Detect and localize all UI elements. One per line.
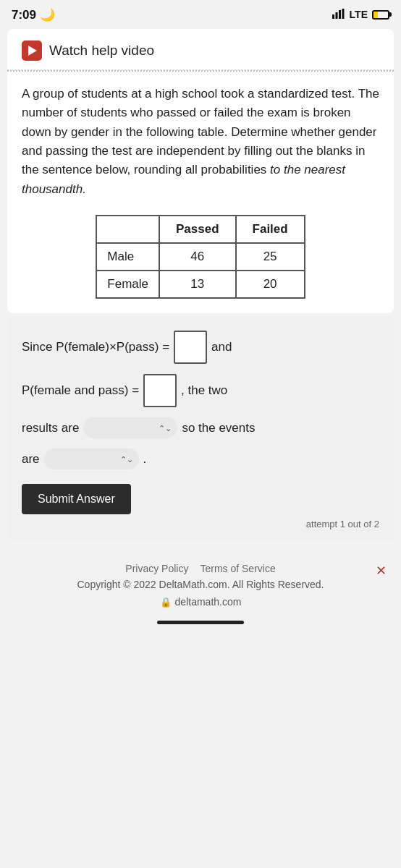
answer-row-2: P(female and pass) = , the two	[22, 374, 379, 407]
svg-rect-0	[332, 14, 334, 19]
svg-rect-2	[339, 10, 341, 19]
signal-bars-icon	[332, 9, 345, 21]
line3-suffix: so the events	[182, 419, 255, 438]
line4-prefix: are	[22, 450, 40, 469]
table-cell-female-label: Female	[96, 271, 159, 298]
submit-button[interactable]: Submit Answer	[22, 484, 131, 514]
status-bar: 7:09 🌙 LTE	[0, 0, 401, 26]
privacy-policy-link[interactable]: Privacy Policy	[125, 563, 188, 574]
table-header-passed: Passed	[159, 216, 236, 243]
table-row-male: Male 46 25	[96, 243, 304, 271]
answer-input-2[interactable]	[143, 374, 177, 407]
line1-suffix: and	[211, 338, 232, 357]
line2-suffix: , the two	[181, 381, 227, 400]
events-select-wrapper[interactable]: independent dependent	[44, 448, 139, 469]
footer-copyright: Copyright © 2022 DeltaMath.com. All Righ…	[14, 579, 387, 590]
main-card: Watch help video A group of students at …	[7, 29, 394, 313]
home-indicator	[0, 613, 401, 629]
table-cell-male-failed: 25	[236, 243, 305, 271]
answer-row-4: are independent dependent .	[22, 448, 379, 469]
status-time: 7:09 🌙	[12, 7, 55, 22]
status-icons: LTE	[332, 9, 389, 21]
home-bar	[157, 621, 244, 624]
play-triangle	[28, 46, 37, 56]
events-dropdown[interactable]: independent dependent	[44, 448, 139, 469]
domain-text: deltamath.com	[175, 596, 242, 608]
footer-links: Privacy Policy Terms of Service ✕	[14, 563, 387, 574]
results-dropdown[interactable]: equal not equal similar	[83, 417, 177, 438]
table-cell-male-passed: 46	[159, 243, 236, 271]
help-video-text: Watch help video	[49, 43, 154, 59]
answer-input-1[interactable]	[174, 331, 207, 364]
svg-rect-1	[335, 12, 337, 19]
terms-of-service-link[interactable]: Terms of Service	[200, 563, 275, 574]
data-table: Passed Failed Male 46 25 Female 13 20	[96, 215, 305, 299]
footer-domain: 🔒 deltamath.com	[14, 596, 387, 608]
attempt-text: attempt 1 out of 2	[22, 519, 379, 529]
answer-row-1: Since P(female)×P(pass) = and	[22, 331, 379, 364]
help-video-bar[interactable]: Watch help video	[7, 29, 394, 70]
play-icon	[22, 41, 42, 61]
problem-text: A group of students at a high school too…	[7, 72, 394, 208]
line4-suffix: .	[143, 450, 147, 469]
battery-icon	[372, 10, 389, 20]
answer-input-field-2[interactable]	[146, 377, 174, 404]
svg-rect-3	[342, 9, 344, 19]
table-cell-female-passed: 13	[159, 271, 236, 298]
answer-row-3: results are equal not equal similar so t…	[22, 417, 379, 438]
line3-prefix: results are	[22, 419, 79, 438]
close-icon[interactable]: ✕	[376, 563, 387, 579]
lte-label: LTE	[350, 9, 368, 20]
results-select-wrapper[interactable]: equal not equal similar	[83, 417, 177, 438]
table-row-female: Female 13 20	[96, 271, 304, 298]
line1-prefix: Since P(female)×P(pass) =	[22, 338, 169, 357]
table-header-failed: Failed	[236, 216, 305, 243]
line2-prefix: P(female and pass) =	[22, 381, 139, 400]
answer-section: Since P(female)×P(pass) = and P(female a…	[7, 316, 394, 541]
answer-input-field-1[interactable]	[177, 333, 204, 361]
lock-icon: 🔒	[160, 597, 172, 608]
table-cell-female-failed: 20	[236, 271, 305, 298]
table-empty-header	[96, 216, 159, 243]
table-cell-male-label: Male	[96, 243, 159, 271]
table-container: Passed Failed Male 46 25 Female 13 20	[7, 208, 394, 313]
footer: Privacy Policy Terms of Service ✕ Copyri…	[0, 548, 401, 613]
